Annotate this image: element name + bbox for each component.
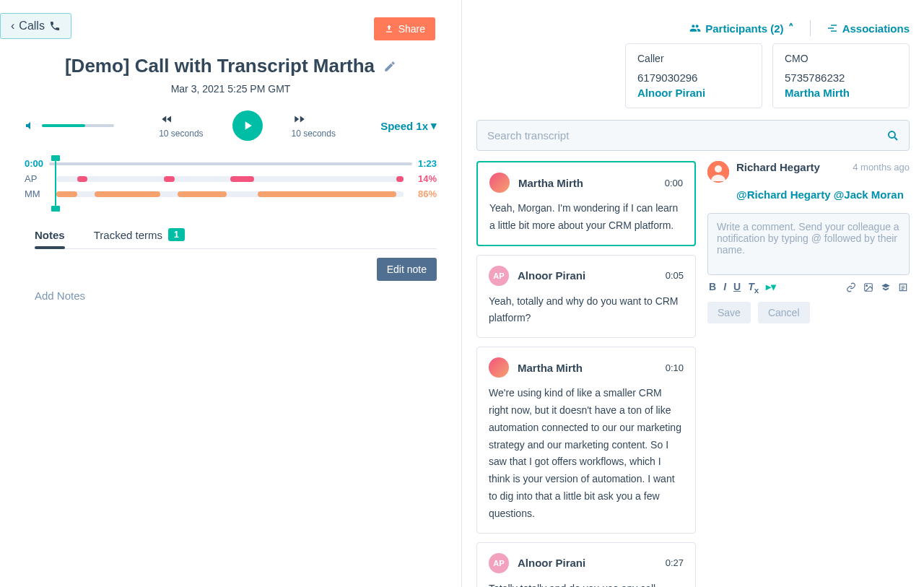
edit-note-button[interactable]: Edit note [377,258,437,281]
underline-button[interactable]: U [733,281,741,295]
academy-button[interactable] [881,282,891,292]
volume-control[interactable] [25,120,114,131]
speed-label: Speed 1x [380,120,428,132]
back-label: Calls [19,19,45,32]
participants-icon [689,22,701,34]
transcript-segment[interactable]: Martha Mirth 0:00 Yeah, Morgan. I'm wond… [476,161,696,246]
tracked-badge: 1 [168,228,185,241]
italic-button[interactable]: I [723,281,726,295]
segment-time: 0:00 [665,178,683,188]
svg-point-2 [715,165,722,173]
track-label-ap: AP [25,173,49,184]
commenter-name: Richard Hegarty [736,161,820,173]
share-label: Share [398,23,425,35]
associations-label: Associations [842,22,910,35]
participant-role: CMO [785,53,897,64]
share-button[interactable]: Share [374,17,435,40]
segment-text: We're using kind of like a smaller CRM r… [489,385,684,522]
forward-label: 10 seconds [292,129,336,139]
comment-age: 4 months ago [853,162,910,173]
notes-placeholder[interactable]: Add Notes [35,290,437,302]
participant-role: Caller [637,53,750,64]
participant-card[interactable]: CMO 5735786232 Martha Mirth [772,43,910,108]
svg-point-4 [866,285,868,287]
associations-link[interactable]: Associations [827,22,910,35]
cancel-comment-button[interactable]: Cancel [758,302,810,323]
participant-name[interactable]: Alnoor Pirani [637,87,750,99]
segment-time: 0:05 [666,270,684,281]
tab-tracked-label: Tracked terms [94,229,162,241]
back-to-calls-button[interactable]: ‹ Calls [0,13,71,39]
more-format-button[interactable]: ▸▾ [766,281,776,295]
transcript-segment[interactable]: AP Alnoor Pirani 0:27 Totally totally an… [476,542,696,587]
forward-10-button[interactable]: 10 seconds [292,113,336,139]
track-pct-ap: 14% [411,173,437,184]
bold-button[interactable]: B [709,281,716,295]
speaker-avatar [489,173,510,193]
comment-composer[interactable]: Write a comment. Send your colleague a n… [707,213,910,275]
participants-toggle[interactable]: Participants (2) ˄ [689,22,793,35]
share-icon [384,24,394,34]
speaker-avatar [489,357,509,378]
volume-slider[interactable] [42,124,114,127]
speaker-name: Alnoor Pirani [518,269,657,282]
track-label-mm: MM [25,188,49,199]
call-subtitle: Mar 3, 2021 5:25 PM GMT [0,83,461,95]
segment-text: Totally totally and do you use any call … [489,581,684,587]
search-icon[interactable] [886,129,899,142]
tab-notes[interactable]: Notes [35,228,65,248]
edit-title-icon[interactable] [383,60,396,73]
link-button[interactable] [846,282,856,292]
snippet-button[interactable] [898,282,908,292]
speaker-avatar: AP [489,266,509,286]
playhead[interactable] [55,160,56,207]
transcript-segment[interactable]: Martha Mirth 0:10 We're using kind of li… [476,347,696,533]
participants-label: Participants (2) [705,22,783,35]
tab-tracked-terms[interactable]: Tracked terms 1 [94,228,185,248]
participant-phone: 5735786232 [785,71,897,84]
rewind-10-button[interactable]: 10 seconds [159,113,203,139]
associations-icon [827,22,838,34]
call-title: [Demo] Call with Transcript Martha [65,55,375,77]
rewind-label: 10 seconds [159,129,203,139]
transcript-segment[interactable]: AP Alnoor Pirani 0:05 Yeah, totally and … [476,255,696,339]
divider [810,20,811,36]
participant-card[interactable]: Caller 6179030296 Alnoor Pirani [625,43,762,108]
participant-phone: 6179030296 [637,71,750,84]
speaker-track-ap[interactable] [56,176,404,182]
speaker-name: Alnoor Pirani [518,557,657,569]
participant-name[interactable]: Martha Mirth [785,87,897,99]
commenter-avatar [707,161,729,183]
play-button[interactable] [232,110,263,141]
segment-text: Yeah, totally and why do you want to CRM… [489,293,684,328]
clear-format-button[interactable]: Tx [748,281,759,295]
chevron-down-icon: ▾ [431,119,437,132]
chevron-left-icon: ‹ [11,19,14,32]
search-transcript-input[interactable] [476,120,910,151]
speaker-name: Martha Mirth [518,177,656,189]
speed-dropdown[interactable]: Speed 1x ▾ [380,119,437,132]
speaker-name: Martha Mirth [518,362,657,374]
tab-notes-label: Notes [35,229,65,241]
chevron-up-icon: ˄ [788,22,794,35]
segment-time: 0:10 [666,362,684,373]
composer-toolbar: B I U Tx ▸▾ [707,281,910,295]
image-button[interactable] [863,282,873,292]
segment-text: Yeah, Morgan. I'm wondering if I can lea… [489,200,683,235]
phone-icon [49,20,61,32]
svg-point-0 [889,131,895,138]
speaker-track-mm[interactable] [56,191,404,197]
volume-icon [25,120,36,131]
comment-mentions[interactable]: @Richard Hegarty @Jack Moran [736,188,904,201]
save-comment-button[interactable]: Save [707,302,751,323]
track-pct-mm: 86% [411,188,437,199]
segment-time: 0:27 [666,557,684,568]
speaker-avatar: AP [489,553,509,573]
